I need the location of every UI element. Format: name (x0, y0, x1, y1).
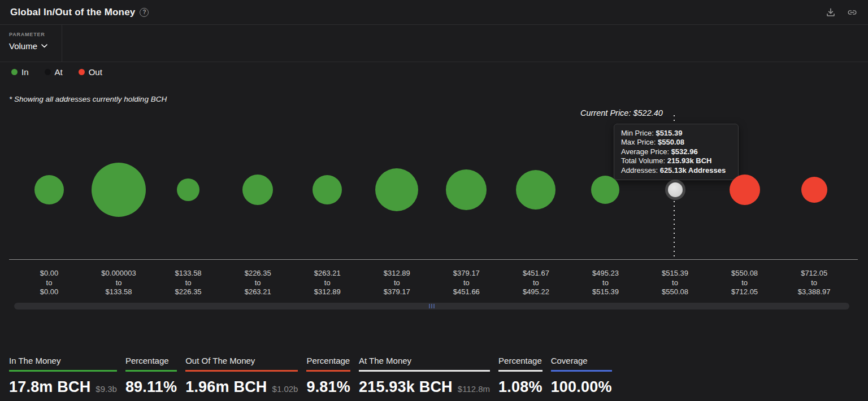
x-axis-label: $495.23to$515.39 (570, 269, 640, 297)
chevron-down-icon (41, 44, 47, 48)
bubble-out[interactable] (730, 175, 760, 205)
x-axis-label: $133.58to$226.35 (153, 269, 223, 297)
bubble-in[interactable] (446, 169, 487, 210)
bubble-chart: Current Price: $522.40 Min Price: $515.3… (0, 104, 868, 311)
footer-stats: In The Money17.8m BCH$9.3bPercentage89.1… (0, 311, 868, 396)
legend-dot-at-icon (45, 69, 51, 75)
stat-label: At The Money (359, 356, 490, 372)
chart-header: Global In/Out of the Money ? (0, 0, 868, 25)
x-axis-label: $0.00to$0.00 (14, 269, 84, 297)
download-icon[interactable] (825, 7, 836, 18)
stat-value: 1.08% (498, 378, 542, 396)
bubble-in[interactable] (516, 170, 555, 210)
legend-item-in[interactable]: In (11, 67, 29, 77)
parameter-label: PARAMETER (9, 32, 62, 37)
stat-in-the-money: In The Money17.8m BCH$9.3b (9, 356, 117, 396)
x-axis-label: $451.67to$495.22 (501, 269, 571, 297)
bubble-in[interactable] (591, 176, 619, 204)
bubble-in[interactable] (242, 175, 273, 205)
stat-value: 17.8m BCH (9, 378, 90, 396)
x-axis-label: $712.05to$3,388.97 (779, 269, 849, 297)
x-axis-label: $379.17to$451.66 (431, 269, 501, 297)
stat-label: Out Of The Money (185, 356, 298, 372)
parameter-row: PARAMETER Volume (0, 25, 868, 62)
legend-item-at[interactable]: At (45, 67, 63, 77)
x-axis-label: $226.35to$263.21 (223, 269, 293, 297)
bubble-out[interactable] (801, 177, 827, 203)
stat-label: Coverage (551, 356, 612, 372)
x-axis-label: $515.39to$550.08 (640, 269, 710, 297)
legend-item-out[interactable]: Out (79, 67, 102, 77)
stat-value: 1.96m BCH (185, 378, 267, 396)
link-icon[interactable] (847, 7, 858, 18)
stat-coverage: Coverage100.00% (551, 356, 612, 396)
stat-value: 215.93k BCH (359, 378, 453, 396)
stat-percentage: Percentage9.81% (306, 356, 350, 396)
stat-value: 100.00% (551, 378, 612, 396)
stat-at-the-money: At The Money215.93k BCH$112.8m (359, 356, 490, 396)
bubble-in[interactable] (34, 175, 64, 204)
stat-value: 9.81% (306, 378, 350, 396)
parameter-value: Volume (9, 41, 37, 51)
stat-label: Percentage (306, 356, 350, 372)
tooltip-row: Addresses: 625.13k Addresses (621, 166, 731, 175)
x-axis-label: $312.89to$379.17 (362, 269, 432, 297)
bubble-in[interactable] (92, 163, 146, 217)
page-title: Global In/Out of the Money (10, 7, 135, 18)
stat-out-of-the-money: Out Of The Money1.96m BCH$1.02b (185, 356, 298, 396)
chart-footnote: * Showing all addresses currently holdin… (9, 95, 868, 104)
legend-label: At (55, 67, 63, 77)
x-axis-label: $263.21to$312.89 (292, 269, 362, 297)
x-axis-line (9, 259, 858, 260)
scrollbar-grip-icon[interactable] (429, 304, 435, 308)
stat-percentage: Percentage89.11% (125, 356, 177, 396)
current-price-dotted-line-top (674, 115, 675, 124)
stat-label: In The Money (9, 356, 117, 372)
current-price-dotted-line (674, 201, 675, 259)
tooltip-row: Total Volume: 215.93k BCH (621, 156, 731, 165)
stat-label: Percentage (125, 356, 177, 372)
tooltip-row: Min Price: $515.39 (621, 129, 731, 138)
legend-dot-in-icon (11, 69, 18, 75)
bubble-in[interactable] (375, 168, 418, 211)
stat-percentage: Percentage1.08% (498, 356, 542, 396)
x-axis-label: $0.000003to$133.58 (84, 269, 154, 297)
current-price-marker[interactable] (668, 182, 683, 197)
bubble-in[interactable] (177, 178, 199, 201)
x-axis-label: $550.08to$712.05 (710, 269, 780, 297)
legend-label: In (21, 67, 29, 77)
horizontal-scrollbar[interactable] (14, 303, 849, 310)
legend: InAtOut (0, 62, 868, 81)
stat-subvalue: $9.3b (96, 384, 117, 394)
tooltip-row: Average Price: $532.96 (621, 147, 731, 156)
stat-subvalue: $112.8m (458, 384, 490, 394)
bubble-in[interactable] (313, 175, 342, 204)
legend-label: Out (89, 67, 102, 77)
stat-label: Percentage (498, 356, 542, 372)
stat-subvalue: $1.02b (272, 384, 298, 394)
parameter-dropdown[interactable]: PARAMETER Volume (0, 25, 62, 62)
question-circle-icon[interactable]: ? (140, 8, 149, 17)
legend-dot-out-icon (79, 69, 85, 75)
current-price-label: Current Price: $522.40 (580, 108, 663, 117)
tooltip-row: Max Price: $550.08 (621, 138, 731, 147)
bucket-tooltip: Min Price: $515.39Max Price: $550.08Aver… (614, 124, 739, 180)
stat-value: 89.11% (125, 378, 177, 396)
